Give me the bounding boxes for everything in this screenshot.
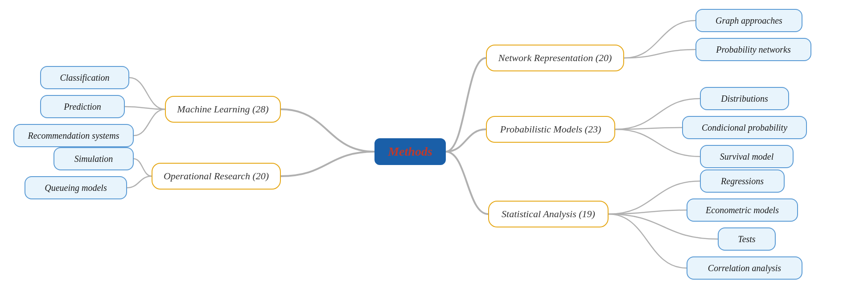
leaf-node-7: Distributions	[700, 87, 789, 110]
leaf-node-1: Prediction	[40, 95, 125, 118]
leaf-node-0: Classification	[40, 66, 129, 89]
mindmap-canvas: MethodsMachine Learning (28)Operational …	[0, 0, 868, 289]
mid-node-pm: Probabilistic Models (23)	[486, 116, 615, 143]
mid-node-ml: Machine Learning (28)	[165, 96, 281, 123]
mid-node-sa: Statistical Analysis (19)	[488, 201, 609, 227]
leaf-node-3: Simulation	[53, 147, 134, 170]
leaf-node-6: Probability networks	[695, 38, 811, 61]
leaf-node-4: Queueing models	[25, 176, 127, 199]
center-node: Methods	[374, 138, 446, 165]
leaf-node-2: Recommendation systems	[13, 124, 134, 147]
mid-node-nr: Network Representation (20)	[486, 45, 624, 71]
leaf-node-10: Regressions	[700, 169, 785, 193]
leaf-node-8: Condicional probability	[682, 116, 807, 139]
leaf-node-5: Graph approaches	[695, 9, 802, 32]
leaf-node-11: Econometric models	[687, 198, 798, 222]
leaf-node-9: Survival model	[700, 145, 794, 168]
mid-node-or: Operational Research (20)	[152, 163, 281, 190]
leaf-node-13: Correlation analysis	[687, 256, 802, 280]
leaf-node-12: Tests	[718, 227, 776, 251]
